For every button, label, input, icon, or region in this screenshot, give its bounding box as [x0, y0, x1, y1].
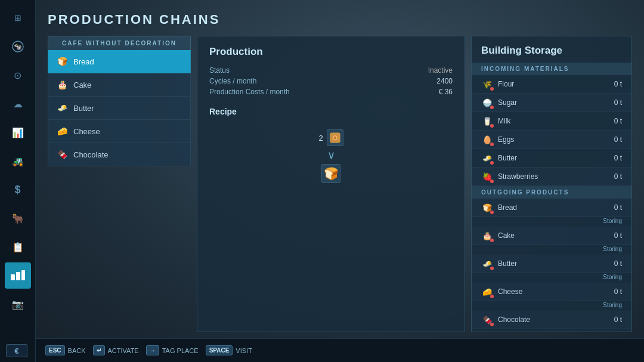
butter-out-value: 0 t — [614, 259, 622, 268]
tag-place-button[interactable]: → TAG PLACE — [146, 345, 199, 355]
svg-rect-2 — [11, 274, 15, 280]
svg-text:🐄: 🐄 — [14, 42, 22, 51]
eggs-value: 0 t — [614, 135, 622, 144]
sidebar-item-animals[interactable]: 🐄 — [5, 33, 31, 60]
recipe-area: 2 ∨ 🍞 — [209, 123, 453, 183]
svg-rect-4 — [21, 270, 25, 280]
sidebar-item-production[interactable] — [5, 262, 31, 289]
visit-label: VISIT — [236, 347, 252, 354]
sidebar-item-map[interactable]: ⊞ — [5, 5, 31, 31]
tag-key: → — [146, 345, 159, 355]
page-title: PRODUCTION CHAINS — [48, 12, 632, 27]
chain-item-bread-label: Bread — [73, 57, 94, 66]
storage-item-butter-in: 🧈 Butter 0 t — [472, 149, 631, 168]
bread-out-name: Bread — [498, 203, 609, 212]
sidebar-item-camera[interactable]: 📷 — [5, 291, 31, 317]
butter-in-icon: 🧈 — [481, 152, 493, 164]
cheese-out-value: 0 t — [614, 287, 622, 296]
storage-item-cake-out: 🎂 Cake 0 t — [472, 227, 631, 245]
activate-button[interactable]: ↵ ACTIVATE — [93, 345, 139, 355]
sugar-name: Sugar — [498, 98, 609, 107]
bread-out-icon: 🍞 — [481, 202, 493, 214]
strawberries-value: 0 t — [614, 172, 622, 181]
cycles-label: Cycles / month — [209, 77, 256, 85]
cheese-out-name: Cheese — [498, 287, 609, 296]
cheese-icon: 🧀 — [55, 125, 69, 138]
sugar-icon: 🍚 — [481, 97, 493, 109]
sidebar-item-finance[interactable]: $ — [5, 177, 31, 203]
main-content: PRODUCTION CHAINS CAFE WITHOUT DECORATIO… — [36, 0, 644, 338]
cycles-value: 2400 — [436, 77, 453, 85]
sidebar-item-vehicles[interactable]: 🚜 — [5, 148, 31, 174]
bottom-bar: ESC BACK ↵ ACTIVATE → TAG PLACE SPACE VI… — [36, 338, 644, 362]
cake-icon: 🎂 — [55, 78, 69, 91]
storage-item-strawberries: 🍓 Strawberries 0 t — [472, 168, 631, 186]
recipe-output-icon: 🍞 — [321, 164, 340, 183]
space-key: SPACE — [206, 345, 233, 355]
strawberries-icon: 🍓 — [481, 171, 493, 182]
chain-item-chocolate-label: Chocolate — [73, 150, 109, 159]
recipe-input: 2 — [318, 129, 343, 146]
chocolate-out-name: Chocolate — [498, 315, 609, 324]
costs-value: € 36 — [439, 88, 453, 96]
chain-item-butter[interactable]: 🧈 Butter — [48, 97, 191, 120]
chains-list: 🍞 Bread 🎂 Cake 🧈 Butter 🧀 Cheese 🍫 — [48, 50, 191, 166]
recipe-input-count: 2 — [318, 134, 323, 143]
sidebar-item-transport[interactable]: ⊙ — [5, 62, 31, 88]
butter-in-value: 0 t — [614, 154, 622, 162]
cake-sub: Storing — [472, 245, 631, 255]
bread-sub: Storing — [472, 217, 631, 227]
milk-icon: 🥛 — [481, 115, 493, 127]
stat-row-cycles: Cycles / month 2400 — [209, 77, 453, 85]
butter-sub: Storing — [472, 273, 631, 283]
bread-out-value: 0 t — [614, 203, 622, 212]
butter-out-icon: 🧈 — [481, 258, 493, 270]
chain-item-cake[interactable]: 🎂 Cake — [48, 73, 191, 97]
stat-row-costs: Production Costs / month € 36 — [209, 88, 453, 96]
storage-item-chocolate-out: 🍫 Chocolate 0 t — [472, 311, 631, 329]
activate-label: ACTIVATE — [108, 347, 139, 354]
euro-button[interactable]: € — [6, 344, 27, 357]
butter-out-name: Butter — [498, 259, 609, 268]
chains-panel: CAFE WITHOUT DECORATION 🍞 Bread 🎂 Cake 🧈… — [48, 36, 191, 332]
flour-name: Flour — [498, 80, 609, 88]
outgoing-products-header: OUTGOING PRODUCTS — [472, 186, 631, 199]
storage-item-milk: 🥛 Milk 0 t — [472, 112, 631, 131]
status-label: Status — [209, 66, 230, 75]
visit-button[interactable]: SPACE VISIT — [206, 345, 252, 355]
cake-out-name: Cake — [498, 231, 609, 240]
back-label: BACK — [68, 347, 86, 354]
sidebar-item-weather[interactable]: ☁ — [5, 91, 31, 117]
production-panel-title: Production — [209, 46, 453, 58]
euro-label: € — [14, 346, 18, 355]
chocolate-out-value: 0 t — [614, 315, 622, 324]
chocolate-out-icon: 🍫 — [481, 314, 493, 326]
svg-rect-3 — [16, 272, 20, 280]
incoming-materials-header: INCOMING MATERIALS — [472, 63, 631, 75]
storage-item-eggs: 🥚 Eggs 0 t — [472, 131, 631, 149]
esc-key: ESC — [45, 345, 65, 355]
storage-panel: Building Storage INCOMING MATERIALS 🌾 Fl… — [471, 36, 632, 332]
storage-item-butter-out: 🧈 Butter 0 t — [472, 255, 631, 273]
butter-in-name: Butter — [498, 154, 609, 162]
panels-row: CAFE WITHOUT DECORATION 🍞 Bread 🎂 Cake 🧈… — [48, 36, 632, 332]
production-panel: Production Status Inactive Cycles / mont… — [197, 36, 465, 332]
chain-item-bread[interactable]: 🍞 Bread — [48, 50, 191, 73]
chain-item-butter-label: Butter — [73, 104, 94, 113]
milk-name: Milk — [498, 117, 609, 125]
activate-key: ↵ — [93, 345, 105, 355]
stat-row-status: Status Inactive — [209, 66, 453, 75]
back-button[interactable]: ESC BACK — [45, 345, 86, 355]
sidebar-item-contracts[interactable]: 📋 — [5, 234, 31, 260]
recipe-arrow-icon: ∨ — [327, 148, 335, 162]
chain-item-cheese[interactable]: 🧀 Cheese — [48, 120, 191, 143]
storage-panel-title: Building Storage — [472, 36, 631, 63]
butter-icon: 🧈 — [55, 101, 69, 115]
chain-item-chocolate[interactable]: 🍫 Chocolate — [48, 143, 191, 166]
storage-item-cheese-out: 🧀 Cheese 0 t — [472, 283, 631, 301]
sidebar-item-livestock[interactable]: 🐂 — [5, 205, 31, 231]
sidebar-item-stats[interactable]: 📊 — [5, 119, 31, 146]
strawberries-name: Strawberries — [498, 172, 609, 181]
milk-value: 0 t — [614, 117, 622, 125]
flour-icon: 🌾 — [481, 78, 493, 90]
